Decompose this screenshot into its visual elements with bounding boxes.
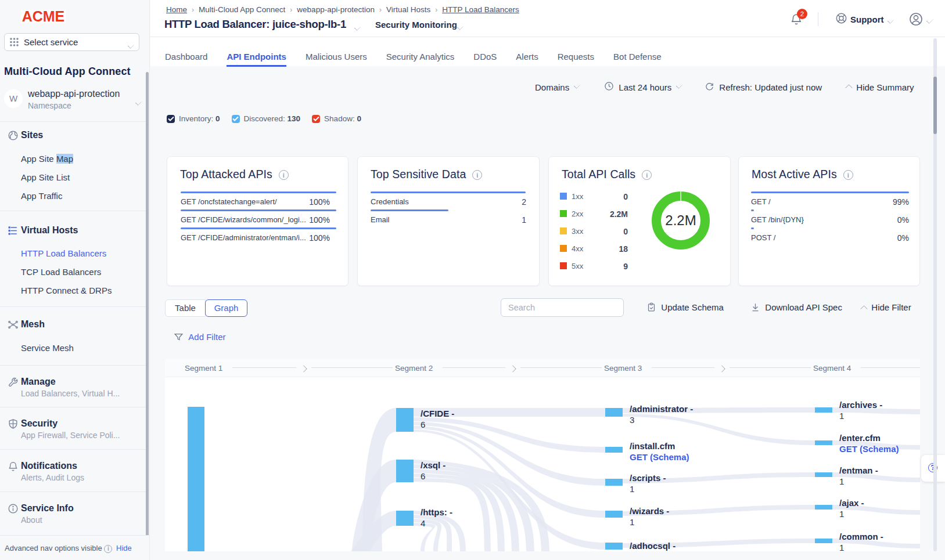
svg-text:2.2M: 2.2M [665,212,696,228]
